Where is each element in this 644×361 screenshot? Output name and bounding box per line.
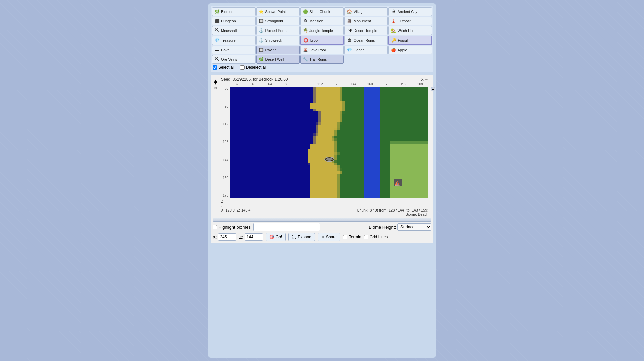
controls-row-1: Highlight biomes Biome Height: Surface U… [213, 223, 431, 231]
struct-btn-treasure[interactable]: 💎Treasure [212, 36, 256, 45]
struct-btn-monument[interactable]: 🗿Monument [344, 17, 388, 25]
x-tick-176: 176 [378, 82, 395, 86]
select-all-checkbox[interactable] [213, 65, 217, 70]
struct-btn-jungle[interactable]: 🌴Jungle Temple [300, 26, 344, 35]
x-coord-group: X: [213, 233, 236, 241]
terrain-text: Terrain [349, 235, 361, 239]
x-tick-48: 48 [245, 82, 262, 86]
h-scrollbar[interactable] [213, 218, 431, 222]
go-button[interactable]: 🎯 Go! [266, 233, 286, 241]
highlight-biomes-text: Highlight biomes [218, 225, 251, 230]
gridlines-label[interactable]: Grid Lines [364, 235, 388, 239]
select-all-label[interactable]: Select all [213, 65, 235, 70]
struct-label-monument: Monument [354, 19, 371, 23]
z-coord-label: Z: [239, 235, 243, 240]
compass-icon: ✦ [213, 78, 218, 86]
x-tick-112: 112 [312, 82, 328, 86]
terrain-label[interactable]: Terrain [343, 235, 361, 239]
x-coord-label: X: [213, 235, 217, 240]
biome-map[interactable] [230, 87, 428, 198]
struct-label-mansion: Mansion [309, 19, 323, 23]
deselect-all-text: Deselect all [246, 65, 267, 70]
struct-btn-ancient[interactable]: 🏛Ancient City [388, 7, 432, 16]
gridlines-text: Grid Lines [370, 235, 388, 239]
struct-label-trail: Trail Ruins [309, 57, 327, 61]
struct-btn-biomes[interactable]: 🌿Biomes [212, 7, 256, 16]
struct-btn-geode[interactable]: 💎Geode [344, 46, 388, 54]
struct-btn-cave[interactable]: 🕳Cave [212, 46, 256, 54]
struct-label-geode: Geode [354, 48, 365, 52]
map-section: ✦ N Seed: 85292285, for Bedrock 1.20.60 … [211, 75, 433, 243]
highlight-biomes-label[interactable]: Highlight biomes [213, 225, 251, 230]
select-all-text: Select all [218, 65, 235, 70]
struct-btn-stronghold[interactable]: 🔲Stronghold [256, 17, 300, 25]
struct-btn-apple[interactable]: 🍎Apple [388, 46, 432, 54]
highlight-biomes-checkbox[interactable] [213, 225, 217, 229]
x-tick-208: 208 [412, 82, 428, 86]
biome-height-select[interactable]: Surface Underground Cave [397, 223, 431, 231]
terrain-checkbox[interactable] [343, 235, 347, 239]
expand-button[interactable]: ⛶ Expand [288, 233, 315, 241]
struct-icon-biomes: 🌿 [214, 9, 220, 14]
x-tick-96: 96 [295, 82, 312, 86]
struct-icon-spawn: ⭐ [259, 9, 264, 14]
x-tick-128: 128 [328, 82, 345, 86]
struct-icon-fossil: 🔑 [391, 38, 396, 43]
struct-btn-ravine[interactable]: 🔲Ravine [256, 46, 300, 54]
struct-btn-desert-t[interactable]: 🏜Desert Temple [344, 26, 388, 35]
deselect-all-checkbox[interactable] [240, 65, 245, 70]
struct-icon-monument: 🗿 [347, 18, 352, 24]
z-coord-input[interactable] [245, 233, 263, 241]
struct-icon-outpost: 🗼 [391, 18, 396, 24]
x-ticks: 3248648096112128144160176192208 [228, 82, 428, 86]
struct-label-ruined: Ruined Portal [265, 28, 288, 33]
struct-btn-village[interactable]: 🏠Village [344, 7, 388, 16]
struct-label-biomes: Biomes [221, 10, 233, 14]
struct-btn-fossil[interactable]: 🔑Fossil [388, 36, 432, 45]
struct-icon-ocean-ruins: 🏛 [347, 38, 352, 43]
struct-btn-dungeon[interactable]: ⬛Dungeon [212, 17, 256, 25]
gridlines-checkbox[interactable] [364, 235, 368, 239]
struct-btn-mansion[interactable]: 🏚Mansion [300, 17, 344, 25]
struct-btn-spawn[interactable]: ⭐Spawn Point [256, 7, 300, 16]
x-tick-32: 32 [228, 82, 245, 86]
struct-btn-outpost[interactable]: 🗼Outpost [388, 17, 432, 25]
share-button[interactable]: ⬆ Share [318, 233, 340, 241]
compass-n: N [214, 86, 217, 90]
struct-label-ore-veins: Ore Veins [221, 57, 237, 61]
struct-icon-mansion: 🏚 [303, 18, 308, 24]
struct-btn-igloo[interactable]: ⭕Igloo [300, 36, 344, 45]
y-tick-96: 96 [221, 105, 228, 108]
struct-btn-mineshaft[interactable]: ⛏Mineshaft [212, 26, 256, 35]
struct-icon-witch: 🏡 [391, 28, 396, 33]
struct-icon-slime: 🟢 [303, 9, 308, 14]
x-coord-input[interactable] [218, 233, 236, 241]
struct-icon-jungle: 🌴 [303, 28, 308, 33]
deselect-all-label[interactable]: Deselect all [240, 65, 267, 70]
main-container: 🌿Biomes⭐Spawn Point🟢Slime Chunk🏠Village🏛… [208, 3, 436, 358]
struct-label-stronghold: Stronghold [265, 19, 283, 23]
struct-btn-desert-well[interactable]: 🌿Desert Well [256, 55, 300, 64]
go-icon: 🎯 [269, 235, 274, 239]
struct-btn-ore-veins[interactable]: ⛏Ore Veins [212, 55, 256, 64]
biome-color-input[interactable] [253, 223, 320, 231]
struct-btn-ocean-ruins[interactable]: 🏛Ocean Ruins [344, 36, 388, 45]
struct-btn-slime[interactable]: 🟢Slime Chunk [300, 7, 344, 16]
struct-btn-ruined[interactable]: ⚓Ruined Portal [256, 26, 300, 35]
scroll-up[interactable]: ▲ [431, 87, 435, 91]
struct-label-jungle: Jungle Temple [309, 28, 333, 33]
struct-label-slime: Slime Chunk [309, 10, 330, 14]
y-tick-160: 160 [221, 176, 228, 180]
struct-icon-desert-well: 🌿 [259, 57, 264, 62]
struct-btn-witch[interactable]: 🏡Witch Hut [388, 26, 432, 35]
struct-btn-trail[interactable]: 🔧Trail Ruins [300, 55, 344, 64]
struct-label-igloo: Igloo [310, 38, 318, 42]
struct-icon-trail: 🔧 [303, 57, 308, 62]
struct-btn-shipwreck[interactable]: ⚓Shipwreck [256, 36, 300, 45]
controls-row-2: X: Z: 🎯 Go! ⛶ Expand ⬆ Share Terrain [213, 233, 431, 241]
struct-btn-lava[interactable]: 🌋Lava Pool [300, 46, 344, 54]
struct-icon-desert-t: 🏜 [347, 28, 352, 33]
chunk-biome-info: Chunk (8 / 9) from (128 / 144) to (143 /… [357, 208, 428, 216]
structures-grid: 🌿Biomes⭐Spawn Point🟢Slime Chunk🏠Village🏛… [212, 7, 432, 64]
expand-label: Expand [298, 235, 311, 239]
